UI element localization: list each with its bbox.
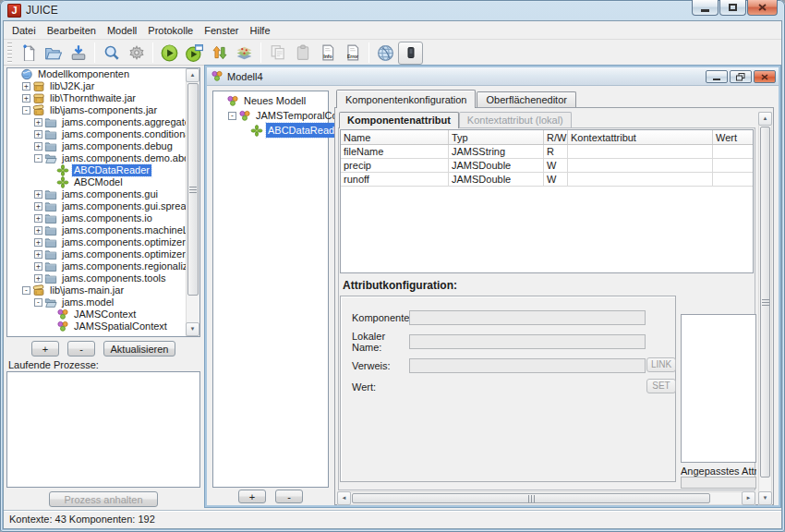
expand-icon[interactable]: + <box>34 118 42 127</box>
running-processes-list[interactable] <box>6 371 200 488</box>
table-row[interactable]: runoffJAMSDoubleW <box>341 173 753 187</box>
scroll-left-icon[interactable]: ◄ <box>337 491 351 505</box>
column-header-typ[interactable]: Typ <box>449 130 544 144</box>
menu-bearbeiten[interactable]: Bearbeiten <box>42 23 102 38</box>
close-button[interactable] <box>747 0 778 16</box>
model-restore-button[interactable] <box>730 70 752 83</box>
tab-kontextattribut-lokal[interactable]: Kontextattribut (lokal) <box>459 112 572 127</box>
tree-item-jams-components-gui-spreadsheet[interactable]: +jams.components.gui.spreadsheet <box>7 200 199 212</box>
tree-item-abcdatareader[interactable]: ABCDataReader <box>213 123 328 138</box>
add-library-button[interactable]: + <box>31 341 59 357</box>
expand-icon[interactable]: + <box>34 130 42 139</box>
expand-icon[interactable]: + <box>34 142 42 151</box>
component-field[interactable] <box>409 310 646 325</box>
tree-item-jams-model[interactable]: -jams.model <box>7 296 199 308</box>
toolbar-gis-layers-button[interactable] <box>232 42 257 65</box>
expand-icon[interactable]: + <box>34 274 42 283</box>
expand-icon[interactable]: + <box>22 82 30 91</box>
scrollbar-thumb[interactable] <box>352 493 710 503</box>
link-button[interactable]: LINK <box>646 357 676 372</box>
tree-item-lib-thornthwaite-jar[interactable]: +lib\Thornthwaite.jar <box>7 92 199 104</box>
scrollbar-thumb[interactable] <box>187 83 199 296</box>
remove-library-button[interactable]: - <box>67 341 95 357</box>
tree-item-jams-components-demo-abc[interactable]: -jams.components.demo.abc <box>7 152 199 164</box>
tab-komponentenattribut[interactable]: Komponentenattribut <box>339 112 459 128</box>
horizontal-scrollbar[interactable]: ◄ ► <box>337 491 755 505</box>
collapse-icon[interactable]: - <box>22 286 30 295</box>
column-header-r-w[interactable]: R/W <box>544 130 568 144</box>
toolbar-error-log-button[interactable]: Error <box>340 42 365 65</box>
toolbar-paste-button[interactable] <box>290 42 315 65</box>
tree-item-modellkomponenten[interactable]: Modellkomponenten <box>7 68 199 80</box>
tree-item-jams-components-io[interactable]: +jams.components.io <box>7 212 199 224</box>
toolbar-settings-button[interactable] <box>124 42 149 65</box>
tree-item-jamsspatialcontext[interactable]: JAMSSpatialContext <box>7 320 199 332</box>
tree-item-jams-components-debug[interactable]: +jams.components.debug <box>7 140 199 152</box>
set-button[interactable]: SET <box>646 379 676 393</box>
tree-item-lib-j2k-jar[interactable]: +lib\J2K.jar <box>7 80 199 92</box>
tree-item-lib-jams-components-jar[interactable]: -lib\jams-components.jar <box>7 104 199 116</box>
reference-field[interactable] <box>409 358 646 373</box>
model-close-button[interactable] <box>754 70 776 83</box>
model-add-button[interactable]: + <box>238 490 266 503</box>
column-header-name[interactable]: Name <box>341 130 449 144</box>
scroll-up-icon[interactable]: ▲ <box>186 68 199 82</box>
table-row[interactable]: precipJAMSDoubleW <box>341 159 753 173</box>
menu-modell[interactable]: Modell <box>102 23 142 38</box>
expand-icon[interactable]: + <box>22 94 30 103</box>
table-row[interactable]: fileNameJAMSStringR <box>341 145 753 159</box>
refresh-button[interactable]: Aktualisieren <box>103 341 175 357</box>
toolbar-search-button[interactable] <box>99 42 124 65</box>
collapse-icon[interactable]: - <box>22 106 30 115</box>
tree-item-abcdatareader[interactable]: ABCDataReader <box>7 164 199 176</box>
tree-item-jamstemporalcontext[interactable]: -JAMSTemporalContext <box>213 108 328 123</box>
tree-item-abcmodel[interactable]: ABCModel <box>7 176 199 188</box>
toolbar-save-model-button[interactable] <box>66 42 91 65</box>
menu-protokolle[interactable]: Protokolle <box>142 23 199 38</box>
scroll-up-icon[interactable]: ▲ <box>758 112 772 126</box>
tree-item-lib-jams-main-jar[interactable]: -lib\jams-main.jar <box>7 284 199 296</box>
title-bar[interactable]: J JUICE <box>0 0 785 20</box>
menu-datei[interactable]: Datei <box>6 23 42 38</box>
expand-icon[interactable]: + <box>34 262 42 271</box>
stop-process-button[interactable]: Prozess anhalten <box>49 491 158 507</box>
expand-icon[interactable]: + <box>34 190 42 199</box>
menu-fenster[interactable]: Fenster <box>199 23 244 38</box>
model-minimize-button[interactable] <box>706 70 728 83</box>
maximize-button[interactable] <box>719 0 746 16</box>
tree-item-jams-components-tools[interactable]: +jams.components.tools <box>7 272 199 284</box>
tree-item-jamscontext[interactable]: JAMSContext <box>7 308 199 320</box>
tree-item-jams-components-conditional[interactable]: +jams.components.conditional <box>7 128 199 140</box>
expand-icon[interactable]: + <box>34 214 42 223</box>
scroll-right-icon[interactable]: ► <box>742 491 755 505</box>
tree-item-jams-components-machinelearning[interactable]: +jams.components.machineLearning <box>7 224 199 236</box>
component-tree-scrollbar[interactable]: ▲ ▼ <box>186 68 199 336</box>
expand-icon[interactable]: + <box>34 226 42 235</box>
custom-attribute-list[interactable] <box>681 314 756 463</box>
column-header-wert[interactable]: Wert <box>713 130 753 144</box>
toolbar-copy-button[interactable] <box>265 42 290 65</box>
custom-attribute-field[interactable] <box>681 477 756 489</box>
tree-item-jams-components-optimizer[interactable]: +jams.components.optimizer <box>7 236 199 248</box>
tree-item-jams-components-regionalization[interactable]: +jams.components.regionalization <box>7 260 199 272</box>
tree-item-neues-modell[interactable]: Neues Modell <box>213 93 328 108</box>
toolbar-run-model-button[interactable] <box>157 42 182 65</box>
toolbar-online-button[interactable] <box>373 42 398 65</box>
scrollbar-thumb[interactable] <box>760 127 770 478</box>
model-window-titlebar[interactable]: Modell4 <box>207 67 779 86</box>
toolbar-open-model-button[interactable] <box>41 42 66 65</box>
toolbar-grip[interactable] <box>7 42 12 63</box>
tab-oberflaecheneditor[interactable]: Oberflächeneditor <box>477 91 575 107</box>
scroll-down-icon[interactable]: ▼ <box>186 322 199 336</box>
expand-icon[interactable]: + <box>34 238 42 247</box>
tree-item-jams-components-aggregate[interactable]: +jams.components.aggregate <box>7 116 199 128</box>
collapse-icon[interactable]: - <box>34 154 42 163</box>
column-header-kontextattribut[interactable]: Kontextattribut <box>568 130 713 144</box>
tree-item-jams-components-gui[interactable]: +jams.components.gui <box>7 188 199 200</box>
scroll-down-icon[interactable]: ▼ <box>758 491 772 505</box>
tree-item-jams-components-optimizer-gradient[interactable]: +jams.components.optimizer.gradient <box>7 248 199 260</box>
toolbar-run-model-gui-button[interactable] <box>182 42 207 65</box>
collapse-icon[interactable]: - <box>34 298 42 307</box>
local-name-field[interactable] <box>409 334 646 349</box>
model-remove-button[interactable]: - <box>275 490 303 503</box>
